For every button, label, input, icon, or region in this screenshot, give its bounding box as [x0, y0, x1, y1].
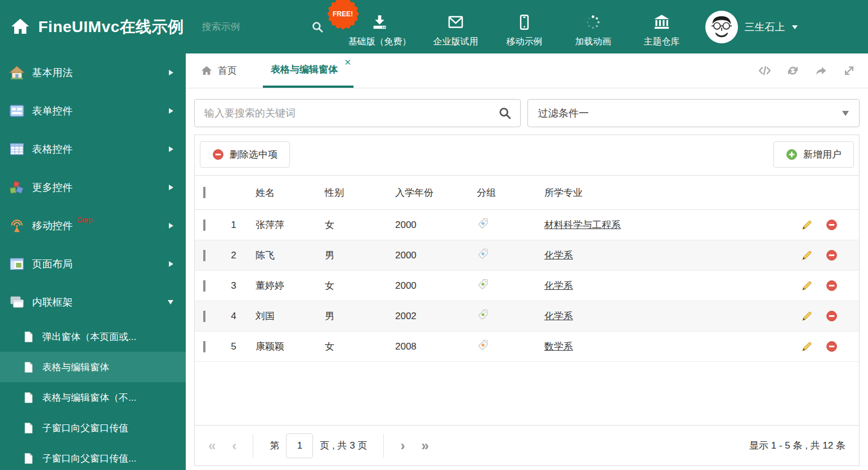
- tab-grid-edit-window[interactable]: 表格与编辑窗体 ✕: [263, 53, 354, 88]
- tab-home[interactable]: 首页: [194, 53, 244, 88]
- filter-select-value: 过滤条件一: [538, 106, 589, 120]
- house-icon: [9, 65, 25, 80]
- row-major-link[interactable]: 材料科学与工程系: [544, 220, 621, 230]
- row-major-link[interactable]: 数学系: [544, 341, 573, 352]
- download-icon: [371, 14, 388, 31]
- chevron-down-icon: [842, 111, 849, 116]
- antenna-icon: [9, 218, 25, 234]
- delete-row-icon[interactable]: [826, 219, 838, 231]
- sidebar-item-page-layout[interactable]: 页面布局: [0, 245, 186, 283]
- tab-bar: 首页 表格与编辑窗体 ✕: [186, 53, 868, 88]
- edit-row-icon[interactable]: [801, 219, 813, 231]
- row-year: 2002: [385, 311, 467, 322]
- tag-icon: [477, 248, 489, 260]
- header-nav-label: 基础版（免费）: [348, 36, 411, 48]
- row-name: 陈飞: [245, 249, 315, 262]
- row-checkbox[interactable]: [203, 341, 205, 352]
- table-header-row: 姓名 性别 入学年份 分组 所学专业: [195, 175, 859, 210]
- row-major-link[interactable]: 化学系: [544, 250, 573, 261]
- page-icon: [23, 361, 34, 373]
- header-nav-loading-animation[interactable]: 加载动画: [569, 6, 618, 48]
- sidebar-item-label: 内联框架: [32, 296, 73, 309]
- add-user-button[interactable]: 新增用户: [773, 141, 854, 168]
- edit-row-icon[interactable]: [801, 280, 813, 292]
- divider: [383, 434, 384, 458]
- sidebar-item-label: 表单控件: [32, 104, 73, 118]
- pagination-bar: « ‹ 第 页 , 共 3 页 › » 显示 1 - 5 条 , 共 12 条: [195, 425, 859, 465]
- header-search: [201, 21, 324, 33]
- page-icon: [23, 422, 34, 434]
- expand-icon[interactable]: [843, 64, 856, 77]
- last-page-button[interactable]: »: [421, 439, 428, 453]
- first-page-button[interactable]: «: [208, 439, 216, 453]
- delete-row-icon[interactable]: [826, 341, 838, 352]
- grid-toolbar: 删除选中项 新增用户: [195, 135, 859, 175]
- app-title: FineUIMvc在线示例: [38, 16, 184, 38]
- keyword-search-input[interactable]: [203, 107, 498, 120]
- code-icon[interactable]: [758, 64, 771, 77]
- edit-row-icon[interactable]: [801, 249, 813, 261]
- user-avatar: [705, 11, 738, 43]
- header-nav-mobile-demo[interactable]: 移动示例: [500, 6, 549, 48]
- table-row: 1张萍萍女2000材料科学与工程系: [195, 210, 859, 240]
- sidebar-item-mobile-controls[interactable]: 移动控件Corp.: [0, 207, 186, 245]
- row-year: 2000: [385, 220, 467, 231]
- close-icon[interactable]: ✕: [344, 58, 351, 66]
- search-icon[interactable]: [498, 106, 512, 120]
- share-icon[interactable]: [815, 64, 827, 77]
- row-major-link[interactable]: 化学系: [544, 311, 573, 321]
- row-name: 董婷婷: [245, 279, 315, 292]
- refresh-icon[interactable]: [786, 64, 799, 77]
- edit-row-icon[interactable]: [801, 310, 813, 322]
- sidebar-subitem-label: 弹出窗体（本页面或...: [42, 330, 136, 343]
- delete-row-icon[interactable]: [826, 310, 838, 322]
- prev-page-button[interactable]: ‹: [232, 439, 236, 453]
- add-user-label: 新增用户: [803, 148, 842, 161]
- page-number-group: 第 页 , 共 3 页: [270, 433, 367, 458]
- cubes-icon: [9, 180, 25, 195]
- sidebar-subitem-grid-edit-window[interactable]: 表格与编辑窗体: [0, 352, 186, 382]
- header-search-input[interactable]: [201, 21, 307, 33]
- sidebar-subitem-popup-window[interactable]: 弹出窗体（本页面或...: [0, 321, 186, 352]
- next-page-button[interactable]: ›: [400, 439, 405, 453]
- header-nav-enterprise-trial[interactable]: 企业版试用: [432, 6, 480, 48]
- sidebar-item-form-controls[interactable]: 表单控件: [0, 92, 186, 130]
- sidebar-subitem-grid-edit-window-no[interactable]: 表格与编辑窗体（不...: [0, 382, 186, 413]
- select-all-checkbox[interactable]: [203, 187, 205, 198]
- row-checkbox[interactable]: [203, 250, 205, 261]
- sidebar-item-table-controls[interactable]: 表格控件: [0, 130, 186, 168]
- user-menu[interactable]: 三生石上: [705, 11, 798, 43]
- sidebar-subitem-child-to-parent[interactable]: 子窗口向父窗口传值: [0, 413, 186, 443]
- delete-row-icon[interactable]: [826, 249, 838, 261]
- filter-select[interactable]: 过滤条件一: [527, 99, 860, 127]
- header-nav: FREE!基础版（免费）企业版试用移动示例加载动画主题仓库: [348, 6, 686, 48]
- column-major: 所学专业: [534, 186, 775, 199]
- sidebar-subitem-label: 表格与编辑窗体: [42, 361, 109, 374]
- main-area: 首页 表格与编辑窗体 ✕ 过滤条件一 删除选中项: [186, 53, 868, 470]
- sidebar-item-label: 移动控件: [32, 219, 73, 232]
- delete-selected-button[interactable]: 删除选中项: [200, 141, 290, 168]
- sidebar-item-inline-frame[interactable]: 内联框架: [0, 283, 186, 321]
- sidebar-subitem-child-to-parent-2[interactable]: 子窗口向父窗口传值...: [0, 443, 186, 470]
- brand-home-button[interactable]: [10, 17, 30, 37]
- delete-row-icon[interactable]: [826, 280, 838, 292]
- header-nav-label: 移动示例: [507, 36, 543, 48]
- frames-icon: [9, 294, 25, 310]
- row-major-link[interactable]: 化学系: [544, 280, 573, 291]
- chevron-right-icon: [169, 146, 173, 152]
- row-checkbox[interactable]: [203, 280, 205, 292]
- pagination-controls: « ‹ 第 页 , 共 3 页 › »: [208, 433, 429, 458]
- bank-icon: [653, 14, 670, 31]
- sidebar-item-label: 基本用法: [32, 66, 73, 79]
- row-checkbox[interactable]: [203, 311, 205, 322]
- edit-row-icon[interactable]: [801, 341, 813, 352]
- page-number-input[interactable]: [286, 433, 313, 458]
- plus-circle-icon: [786, 149, 798, 160]
- sidebar-item-basic-usage[interactable]: 基本用法: [0, 53, 186, 92]
- search-icon[interactable]: [311, 21, 324, 33]
- header-nav-theme-repo[interactable]: 主题仓库: [638, 6, 686, 48]
- header-nav-basic-free[interactable]: FREE!基础版（免费）: [348, 6, 411, 48]
- row-index: 3: [222, 280, 245, 292]
- row-checkbox[interactable]: [203, 220, 205, 231]
- sidebar-item-more-controls[interactable]: 更多控件: [0, 168, 186, 207]
